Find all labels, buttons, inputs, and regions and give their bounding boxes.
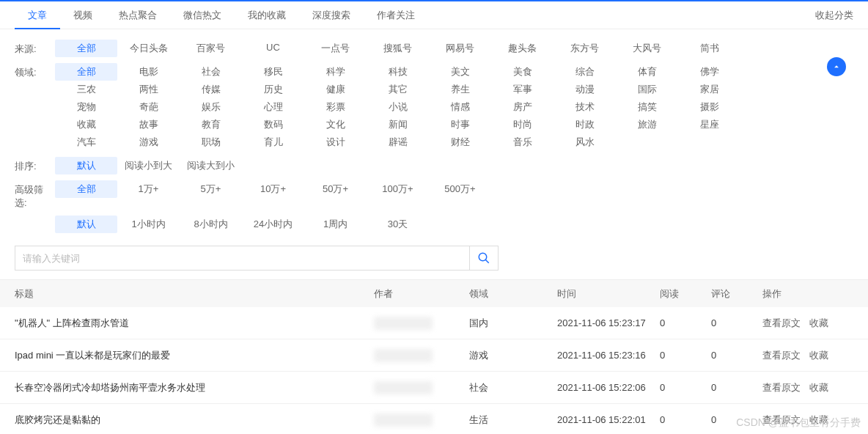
domain-opt-45[interactable]: 职场	[180, 133, 242, 151]
domain-opt-0[interactable]: 电影	[117, 63, 180, 81]
domain-opt-39[interactable]: 时尚	[491, 116, 553, 133]
search-input[interactable]	[15, 246, 469, 271]
scroll-up-button[interactable]	[827, 57, 846, 76]
domain-opt-8[interactable]: 体育	[616, 63, 678, 81]
domain-opt-38[interactable]: 时事	[429, 116, 491, 133]
source-opt-3[interactable]: 一点号	[304, 40, 367, 57]
adv-time-opt-1[interactable]: 8小时内	[180, 216, 242, 233]
favorite-link[interactable]: 收藏	[809, 317, 828, 328]
favorite-link[interactable]: 收藏	[809, 382, 828, 393]
favorite-link[interactable]: 收藏	[809, 350, 828, 361]
view-original-link[interactable]: 查看原文	[762, 317, 801, 328]
adv-time-opt-3[interactable]: 1周内	[304, 216, 367, 233]
domain-opt-18[interactable]: 动漫	[553, 81, 616, 98]
domain-opt-11[interactable]: 两性	[117, 81, 180, 98]
domain-opt-19[interactable]: 国际	[616, 81, 678, 98]
domain-opt-48[interactable]: 辟谣	[367, 133, 429, 151]
tab-1[interactable]: 视频	[60, 1, 106, 29]
domain-opt-37[interactable]: 新闻	[367, 116, 429, 133]
adv-time-default[interactable]: 默认	[55, 216, 117, 233]
cell-title[interactable]: "机器人" 上阵检查雨水管道	[15, 317, 374, 330]
domain-opt-28[interactable]: 房产	[491, 98, 553, 116]
domain-opt-34[interactable]: 教育	[180, 116, 242, 133]
adv-time-opt-2[interactable]: 24小时内	[242, 216, 304, 233]
domain-opt-40[interactable]: 时政	[553, 116, 616, 133]
source-opt-1[interactable]: 百家号	[180, 40, 242, 57]
domain-opt-49[interactable]: 财经	[429, 133, 491, 151]
tab-5[interactable]: 深度搜索	[299, 1, 364, 29]
domain-opt-12[interactable]: 传媒	[180, 81, 242, 98]
domain-opt-all[interactable]: 全部	[55, 63, 117, 81]
domain-opt-30[interactable]: 搞笑	[616, 98, 678, 116]
domain-opt-6[interactable]: 美食	[491, 63, 553, 81]
source-opt-8[interactable]: 大风号	[616, 40, 678, 57]
domain-opt-16[interactable]: 养生	[429, 81, 491, 98]
domain-opt-26[interactable]: 小说	[367, 98, 429, 116]
tab-4[interactable]: 我的收藏	[235, 1, 299, 29]
source-opt-6[interactable]: 趣头条	[491, 40, 553, 57]
collapse-categories-link[interactable]: 收起分类	[815, 9, 853, 22]
domain-opt-51[interactable]: 风水	[553, 133, 616, 151]
source-opt-all[interactable]: 全部	[55, 40, 117, 57]
tab-0[interactable]: 文章	[15, 1, 60, 29]
domain-opt-15[interactable]: 其它	[367, 81, 429, 98]
domain-opt-47[interactable]: 设计	[304, 133, 367, 151]
domain-opt-46[interactable]: 育儿	[242, 133, 304, 151]
search-button[interactable]	[469, 246, 499, 271]
source-opt-5[interactable]: 网易号	[429, 40, 491, 57]
domain-opt-17[interactable]: 军事	[491, 81, 553, 98]
domain-opt-36[interactable]: 文化	[304, 116, 367, 133]
domain-opt-31[interactable]: 摄影	[678, 98, 740, 116]
sort-opt-default[interactable]: 默认	[55, 157, 117, 174]
cell-title[interactable]: Ipad mini 一直以来都是玩家们的最爱	[15, 349, 374, 362]
domain-opt-24[interactable]: 心理	[242, 98, 304, 116]
adv-read-opt-5[interactable]: 500万+	[429, 180, 491, 198]
view-original-link[interactable]: 查看原文	[762, 382, 801, 393]
adv-time-opt-4[interactable]: 30天	[367, 216, 429, 233]
source-opt-7[interactable]: 东方号	[553, 40, 616, 57]
source-opt-9[interactable]: 简书	[678, 40, 740, 57]
adv-read-opt-3[interactable]: 50万+	[304, 180, 367, 198]
domain-opt-33[interactable]: 故事	[117, 116, 180, 133]
domain-opt-4[interactable]: 科技	[367, 63, 429, 81]
cell-title[interactable]: 长春空冷器闭式冷却塔扬州南平壹水务水处理	[15, 381, 374, 394]
domain-opt-27[interactable]: 情感	[429, 98, 491, 116]
domain-opt-23[interactable]: 娱乐	[180, 98, 242, 116]
domain-opt-14[interactable]: 健康	[304, 81, 367, 98]
adv-read-opt-4[interactable]: 100万+	[367, 180, 429, 198]
domain-opt-42[interactable]: 星座	[678, 116, 740, 133]
domain-opt-50[interactable]: 音乐	[491, 133, 553, 151]
domain-opt-7[interactable]: 综合	[553, 63, 616, 81]
adv-read-opt-2[interactable]: 10万+	[242, 180, 304, 198]
domain-opt-1[interactable]: 社会	[180, 63, 242, 81]
cell-title[interactable]: 底胶烤完还是黏黏的	[15, 413, 374, 427]
domain-opt-2[interactable]: 移民	[242, 63, 304, 81]
domain-opt-32[interactable]: 收藏	[55, 116, 117, 133]
domain-opt-25[interactable]: 彩票	[304, 98, 367, 116]
domain-opt-5[interactable]: 美文	[429, 63, 491, 81]
tab-2[interactable]: 热点聚合	[106, 1, 170, 29]
adv-opt-all[interactable]: 全部	[55, 180, 117, 198]
domain-opt-29[interactable]: 技术	[553, 98, 616, 116]
domain-opt-21[interactable]: 宠物	[55, 98, 117, 116]
adv-read-opt-0[interactable]: 1万+	[117, 180, 180, 198]
tab-6[interactable]: 作者关注	[364, 1, 428, 29]
source-opt-0[interactable]: 今日头条	[117, 40, 180, 57]
adv-read-opt-1[interactable]: 5万+	[180, 180, 242, 198]
domain-opt-22[interactable]: 奇葩	[117, 98, 180, 116]
domain-opt-44[interactable]: 游戏	[117, 133, 180, 151]
domain-opt-20[interactable]: 家居	[678, 81, 740, 98]
source-opt-4[interactable]: 搜狐号	[367, 40, 429, 57]
domain-opt-13[interactable]: 历史	[242, 81, 304, 98]
domain-opt-43[interactable]: 汽车	[55, 133, 117, 151]
domain-opt-9[interactable]: 佛学	[678, 63, 740, 81]
domain-opt-35[interactable]: 数码	[242, 116, 304, 133]
source-opt-2[interactable]: UC	[242, 40, 304, 57]
adv-time-opt-0[interactable]: 1小时内	[117, 216, 180, 233]
view-original-link[interactable]: 查看原文	[762, 350, 801, 361]
tab-3[interactable]: 微信热文	[170, 1, 235, 29]
domain-opt-10[interactable]: 三农	[55, 81, 117, 98]
sort-opt-1[interactable]: 阅读大到小	[180, 157, 242, 174]
sort-opt-0[interactable]: 阅读小到大	[117, 157, 180, 174]
domain-opt-3[interactable]: 科学	[304, 63, 367, 81]
